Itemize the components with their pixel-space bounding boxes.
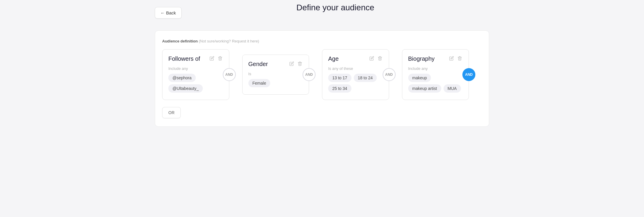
tag-25-34: 25 to 34 <box>328 84 351 93</box>
filter-title-followers: Followers of <box>168 55 200 62</box>
filter-sub-age: Is any of these <box>328 66 383 71</box>
edit-followers-button[interactable] <box>209 55 215 62</box>
filter-card-gender: Gender Is Female <box>242 55 309 95</box>
tag-sephora: @sephora <box>168 74 196 82</box>
filter-card-age: Age Is any of these 13 to 17 <box>322 49 389 100</box>
filter-title-gender: Gender <box>248 61 268 68</box>
page-title: Define your audience <box>182 3 489 12</box>
tag-makeup-artist: makeup artist <box>408 84 441 93</box>
filter-title-biography: Biography <box>408 55 435 62</box>
filter-tags-gender: Female <box>248 79 303 87</box>
filter-card-followers: Followers of Include any @sephora <box>162 49 229 100</box>
tag-13-17: 13 to 17 <box>328 74 351 82</box>
edit-biography-button[interactable] <box>449 55 454 62</box>
filter-sub-followers: Include any <box>168 66 223 71</box>
filter-sub-gender: Is <box>248 72 303 76</box>
filter-title-age: Age <box>328 55 339 62</box>
audience-definition-label: Audience definition <box>162 39 198 43</box>
filter-tags-age: 13 to 17 18 to 24 25 to 34 <box>328 74 383 93</box>
delete-age-button[interactable] <box>377 55 383 62</box>
delete-followers-button[interactable] <box>217 55 223 62</box>
tag-ultabeauty: @Ultabeauty_ <box>168 84 203 93</box>
delete-biography-button[interactable] <box>457 55 463 62</box>
tag-mua: MUA <box>444 84 461 93</box>
filter-tags-followers: @sephora @Ultabeauty_ <box>168 74 223 93</box>
and-badge-1: AND <box>223 68 236 81</box>
and-badge-4-add[interactable]: AND <box>462 68 475 81</box>
audience-panel-header: Audience definition (Not sure/working? R… <box>162 39 482 43</box>
filter-tags-biography: makeup makeup artist MUA <box>408 74 463 93</box>
edit-gender-button[interactable] <box>289 61 295 68</box>
audience-panel: Audience definition (Not sure/working? R… <box>155 30 489 127</box>
filter-card-biography: Biography Include any makeup <box>402 49 469 100</box>
and-badge-2: AND <box>303 68 316 81</box>
filters-container: Followers of Include any @sephora <box>162 49 482 100</box>
tag-18-24: 18 to 24 <box>354 74 377 82</box>
or-button[interactable]: OR <box>162 107 181 118</box>
filter-sub-biography: Include any <box>408 66 463 71</box>
and-badge-3: AND <box>383 68 396 81</box>
delete-gender-button[interactable] <box>297 61 303 68</box>
request-link[interactable]: (Not sure/working? Request it here) <box>199 39 259 43</box>
tag-female: Female <box>248 79 270 87</box>
edit-age-button[interactable] <box>369 55 375 62</box>
tag-makeup: makeup <box>408 74 431 82</box>
back-button[interactable]: ← Back <box>155 7 182 19</box>
